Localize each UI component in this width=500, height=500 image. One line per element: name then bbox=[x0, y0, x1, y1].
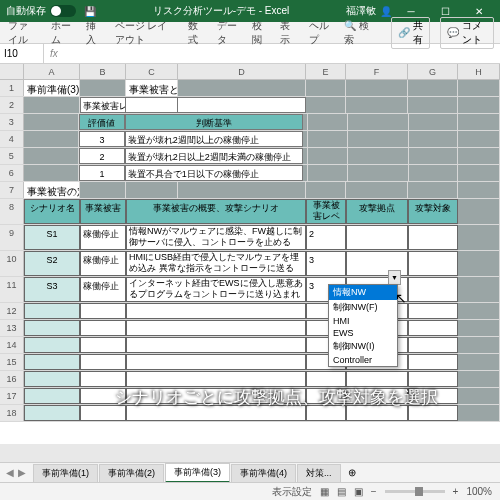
name-box[interactable]: I10 bbox=[0, 44, 44, 63]
fx-icon[interactable]: fx bbox=[44, 48, 64, 59]
share-button[interactable]: 🔗 共有 bbox=[391, 17, 430, 49]
col-header[interactable]: B bbox=[80, 64, 126, 79]
sheet-nav-next[interactable]: ▶ bbox=[18, 467, 26, 478]
tab-review[interactable]: 校閲 bbox=[250, 16, 268, 50]
dropdown-arrow-icon[interactable]: ▼ bbox=[388, 270, 401, 285]
tab-home[interactable]: ホーム bbox=[49, 16, 75, 50]
sheet-tab[interactable]: 対策... bbox=[297, 464, 341, 482]
section-subtitle[interactable]: 事業被害と事業被害レベル bbox=[126, 80, 178, 96]
comment-button[interactable]: 💬 コメント bbox=[440, 17, 494, 49]
col-header[interactable]: D bbox=[178, 64, 306, 79]
dropdown-option[interactable]: 情報NW bbox=[329, 285, 397, 300]
view-normal-icon[interactable]: ▦ bbox=[320, 486, 329, 497]
section-title-2[interactable]: 事業被害の定義 bbox=[24, 182, 80, 198]
display-settings[interactable]: 表示設定 bbox=[272, 485, 312, 499]
view-pagebreak-icon[interactable]: ▣ bbox=[354, 486, 363, 497]
ribbon-tabs: ファイル ホーム 挿入 ページ レイアウト 数式 データ 校閲 表示 ヘルプ 🔍… bbox=[0, 22, 500, 44]
sheet-tab[interactable]: 事前準備(4) bbox=[231, 464, 296, 482]
col-header[interactable]: G bbox=[408, 64, 458, 79]
tab-layout[interactable]: ページ レイアウト bbox=[113, 16, 176, 50]
tab-search[interactable]: 🔍 検索 bbox=[342, 16, 371, 50]
user-avatar[interactable]: 👤 bbox=[380, 6, 392, 17]
dropdown-option[interactable]: 制御NW(I) bbox=[329, 339, 397, 354]
dropdown-option[interactable]: EWS bbox=[329, 327, 397, 339]
sheet-tab-active[interactable]: 事前準備(3) bbox=[165, 463, 230, 483]
section-title[interactable]: 事前準備(3) bbox=[24, 80, 80, 96]
view-layout-icon[interactable]: ▤ bbox=[337, 486, 346, 497]
sheet-tab[interactable]: 事前準備(1) bbox=[33, 464, 98, 482]
tab-view[interactable]: 表示 bbox=[278, 16, 296, 50]
new-sheet-button[interactable]: ⊕ bbox=[342, 467, 362, 478]
validation-dropdown[interactable]: 情報NW 制御NW(F) HMI EWS 制御NW(I) Controller bbox=[328, 284, 398, 367]
cursor-icon: ↖ bbox=[395, 290, 407, 306]
sheet-tab[interactable]: 事前準備(2) bbox=[99, 464, 164, 482]
dropdown-option[interactable]: HMI bbox=[329, 315, 397, 327]
zoom-out[interactable]: − bbox=[371, 486, 377, 497]
caption-overlay: シナリオごとに攻撃拠点、攻撃対象を選択 bbox=[115, 386, 438, 409]
col-header[interactable]: E bbox=[306, 64, 346, 79]
col-header[interactable]: C bbox=[126, 64, 178, 79]
dropdown-option[interactable]: Controller bbox=[329, 354, 397, 366]
col-header[interactable]: F bbox=[346, 64, 408, 79]
autosave-toggle[interactable] bbox=[50, 5, 76, 17]
tab-formula[interactable]: 数式 bbox=[186, 16, 204, 50]
select-all[interactable] bbox=[0, 64, 24, 79]
sheet-nav-prev[interactable]: ◀ bbox=[6, 467, 14, 478]
zoom-slider[interactable] bbox=[385, 490, 445, 493]
col-header[interactable]: A bbox=[24, 64, 80, 79]
zoom-level[interactable]: 100% bbox=[466, 486, 492, 497]
tab-help[interactable]: ヘルプ bbox=[307, 16, 333, 50]
zoom-in[interactable]: + bbox=[453, 486, 459, 497]
col-header[interactable]: H bbox=[458, 64, 500, 79]
dropdown-option[interactable]: 制御NW(F) bbox=[329, 300, 397, 315]
tab-data[interactable]: データ bbox=[215, 16, 241, 50]
tab-insert[interactable]: 挿入 bbox=[84, 16, 102, 50]
